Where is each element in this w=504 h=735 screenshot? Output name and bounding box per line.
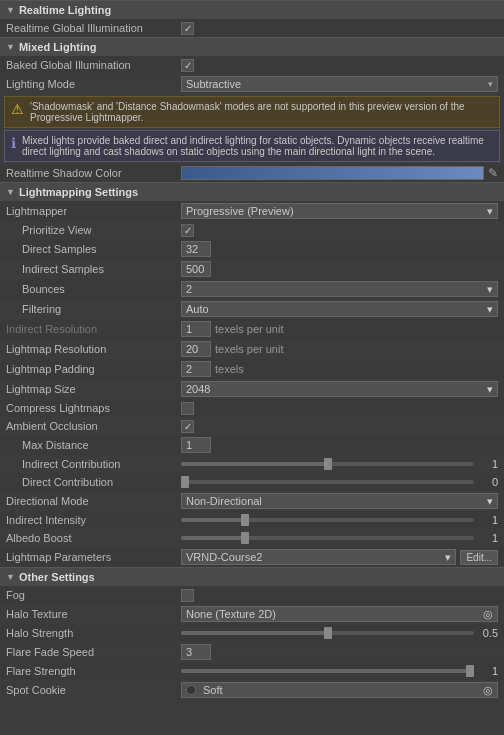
warning-text: 'Shadowmask' and 'Distance Shadowmask' m… — [30, 101, 493, 123]
realtime-lighting-header[interactable]: ▼ Realtime Lighting — [0, 0, 504, 19]
indirect-contribution-slider[interactable] — [181, 462, 474, 466]
fog-checkbox[interactable] — [181, 589, 194, 602]
albedo-boost-number: 1 — [478, 532, 498, 544]
bounces-arrow: ▾ — [487, 283, 493, 296]
mixed-lighting-header[interactable]: ▼ Mixed Lighting — [0, 37, 504, 56]
lightmapper-arrow: ▾ — [487, 205, 493, 218]
indirect-resolution-input[interactable]: 1 — [181, 321, 211, 337]
direct-contribution-slider[interactable] — [181, 480, 474, 484]
lightmap-padding-unit: texels — [215, 363, 244, 375]
max-distance-label: Max Distance — [6, 439, 181, 451]
flare-strength-row: Flare Strength 1 — [0, 662, 504, 680]
lightmap-resolution-input[interactable]: 20 — [181, 341, 211, 357]
directional-mode-dropdown[interactable]: Non-Directional ▾ — [181, 493, 498, 509]
halo-texture-row: Halo Texture None (Texture 2D) ◎ — [0, 604, 504, 624]
other-settings-title: Other Settings — [19, 571, 95, 583]
lightmap-size-arrow: ▾ — [487, 383, 493, 396]
flare-strength-slider[interactable] — [181, 669, 474, 673]
flare-strength-number: 1 — [478, 665, 498, 677]
indirect-samples-label: Indirect Samples — [6, 263, 181, 275]
lightmapper-value: Progressive (Preview) ▾ — [181, 203, 498, 219]
flare-fade-input[interactable]: 3 — [181, 644, 211, 660]
lighting-mode-dropdown[interactable]: Subtractive ▾ — [181, 76, 498, 92]
baked-gi-value — [181, 59, 498, 72]
lighting-mode-arrow: ▾ — [488, 79, 493, 89]
albedo-boost-thumb — [241, 532, 249, 544]
compress-value — [181, 402, 498, 415]
flare-strength-value: 1 — [181, 665, 498, 677]
albedo-boost-slider[interactable] — [181, 536, 474, 540]
ao-checkbox[interactable] — [181, 420, 194, 433]
baked-gi-row: Baked Global Illumination — [0, 56, 504, 74]
halo-strength-value: 0.5 — [181, 627, 498, 639]
edit-button[interactable]: Edit... — [460, 550, 498, 565]
indirect-samples-input[interactable]: 500 — [181, 261, 211, 277]
bounces-text: 2 — [186, 283, 192, 295]
max-distance-input[interactable]: 1 — [181, 437, 211, 453]
compress-checkbox[interactable] — [181, 402, 194, 415]
bounces-label: Bounces — [6, 283, 181, 295]
indirect-samples-value: 500 — [181, 261, 498, 277]
spot-cookie-label: Spot Cookie — [6, 684, 181, 696]
bounces-value: 2 ▾ — [181, 281, 498, 297]
fog-value — [181, 589, 498, 602]
spot-cookie-dropdown[interactable]: Soft ◎ — [181, 682, 498, 698]
direct-contribution-value: 0 — [181, 476, 498, 488]
indirect-intensity-label: Indirect Intensity — [6, 514, 181, 526]
flare-strength-label: Flare Strength — [6, 665, 181, 677]
realtime-gi-checkbox[interactable] — [181, 22, 194, 35]
lightmapping-header[interactable]: ▼ Lightmapping Settings — [0, 182, 504, 201]
direct-samples-input[interactable]: 32 — [181, 241, 211, 257]
direct-samples-label: Direct Samples — [6, 243, 181, 255]
indirect-intensity-thumb — [241, 514, 249, 526]
bounces-row: Bounces 2 ▾ — [0, 279, 504, 299]
indirect-resolution-row: Indirect Resolution 1 texels per unit — [0, 319, 504, 339]
indirect-contribution-slider-container: 1 — [181, 458, 498, 470]
indirect-intensity-number: 1 — [478, 514, 498, 526]
info-icon: ℹ — [11, 135, 16, 151]
lightmapper-label: Lightmapper — [6, 205, 181, 217]
indirect-contribution-fill — [181, 462, 328, 466]
indirect-contribution-thumb — [324, 458, 332, 470]
other-settings-header[interactable]: ▼ Other Settings — [0, 567, 504, 586]
spot-cookie-value: Soft ◎ — [181, 682, 498, 698]
halo-strength-slider-container: 0.5 — [181, 627, 498, 639]
directional-mode-text: Non-Directional — [186, 495, 262, 507]
albedo-boost-label: Albedo Boost — [6, 532, 181, 544]
lightmapping-arrow: ▼ — [6, 187, 15, 197]
ao-row: Ambient Occlusion — [0, 417, 504, 435]
indirect-resolution-label: Indirect Resolution — [6, 323, 181, 335]
lightmap-resolution-label: Lightmap Resolution — [6, 343, 181, 355]
filtering-dropdown[interactable]: Auto ▾ — [181, 301, 498, 317]
pencil-icon[interactable]: ✎ — [488, 166, 498, 180]
lightmapper-dropdown[interactable]: Progressive (Preview) ▾ — [181, 203, 498, 219]
max-distance-value: 1 — [181, 437, 498, 453]
lightmap-padding-input[interactable]: 2 — [181, 361, 211, 377]
lightmap-size-value: 2048 ▾ — [181, 381, 498, 397]
indirect-intensity-slider[interactable] — [181, 518, 474, 522]
halo-strength-slider[interactable] — [181, 631, 474, 635]
indirect-resolution-unit: texels per unit — [215, 323, 283, 335]
prioritize-view-row: Prioritize View — [0, 221, 504, 239]
prioritize-view-label: Prioritize View — [6, 224, 181, 236]
lightmap-size-dropdown[interactable]: 2048 ▾ — [181, 381, 498, 397]
lightmap-params-value: VRND-Course2 ▾ Edit... — [181, 549, 498, 565]
info-text: Mixed lights provide baked direct and in… — [22, 135, 493, 157]
albedo-boost-row: Albedo Boost 1 — [0, 529, 504, 547]
direct-contribution-row: Direct Contribution 0 — [0, 473, 504, 491]
bounces-dropdown[interactable]: 2 ▾ — [181, 281, 498, 297]
compress-label: Compress Lightmaps — [6, 402, 181, 414]
baked-gi-checkbox[interactable] — [181, 59, 194, 72]
halo-texture-label: Halo Texture — [6, 608, 181, 620]
lightmap-params-dropdown[interactable]: VRND-Course2 ▾ — [181, 549, 456, 565]
spot-cookie-indicator — [186, 685, 196, 695]
halo-strength-number: 0.5 — [478, 627, 498, 639]
lightmap-resolution-unit: texels per unit — [215, 343, 283, 355]
shadow-color-bar[interactable] — [181, 166, 484, 180]
lightmap-padding-label: Lightmap Padding — [6, 363, 181, 375]
prioritize-view-checkbox[interactable] — [181, 224, 194, 237]
fog-label: Fog — [6, 589, 181, 601]
spot-cookie-text: Soft — [203, 684, 223, 696]
halo-texture-dropdown[interactable]: None (Texture 2D) ◎ — [181, 606, 498, 622]
filtering-text: Auto — [186, 303, 209, 315]
